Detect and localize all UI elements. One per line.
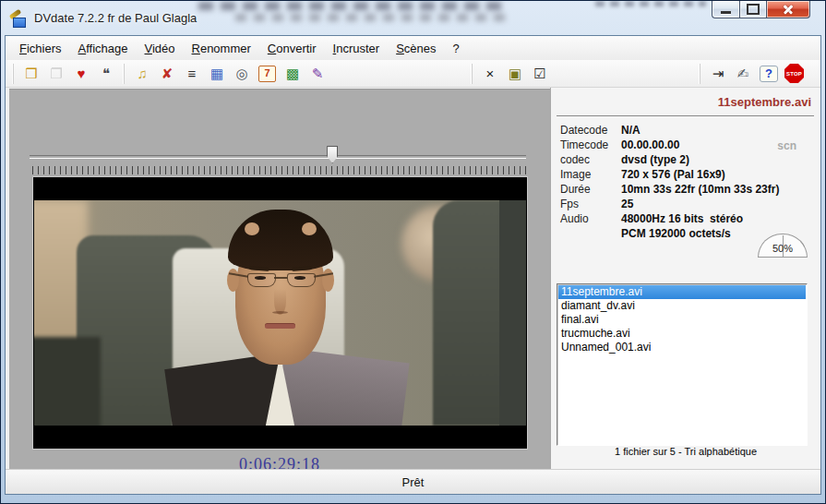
- player-panel: 0:06:29:18: [9, 89, 550, 469]
- paste-icon[interactable]: ❐: [45, 64, 67, 84]
- close-icon: [782, 3, 795, 16]
- scn-indicator: scn: [777, 138, 796, 153]
- toolbar-group: ❒❐♥❝: [13, 64, 124, 84]
- photo-bottom-left-seat: [34, 337, 101, 426]
- info-grid: DatecodeN/ATimecode00.00.00.00scncodecdv…: [560, 123, 813, 241]
- maximize-button[interactable]: [739, 1, 767, 18]
- audio-icon[interactable]: ♫: [131, 64, 153, 84]
- photo-glasses-lens: [287, 273, 316, 287]
- slider-thumb[interactable]: [327, 146, 338, 163]
- menu-item-affichage[interactable]: Affichage: [70, 37, 137, 60]
- toolbar-group: ×▣☑: [472, 64, 557, 84]
- scan-scenes-icon[interactable]: ◎: [231, 64, 253, 84]
- status-text: Prêt: [402, 475, 425, 489]
- file-item[interactable]: trucmuche.avi: [558, 327, 806, 341]
- clear-icon[interactable]: ×: [479, 64, 501, 84]
- info-row: Audio48000Hz 16 bits stéréo: [560, 211, 813, 226]
- video-frame[interactable]: [33, 177, 527, 449]
- edit-tools-icon[interactable]: ✎: [306, 64, 329, 84]
- file-list[interactable]: 11septembre.avidiamant_dv.avifinal.avitr…: [557, 283, 808, 446]
- comment-icon[interactable]: ❝: [95, 64, 117, 84]
- maximize-icon: [747, 4, 760, 15]
- menu-item-convertir[interactable]: Convertir: [259, 37, 325, 60]
- photo-glasses-bridge: [274, 277, 287, 279]
- menu-item-renommer[interactable]: Renommer: [184, 37, 259, 60]
- file-item[interactable]: 11septembre.avi: [558, 285, 806, 299]
- window-title: DVdate 7.2.2 fr de Paul Glagla: [34, 11, 197, 25]
- title-bar[interactable]: DVdate 7.2.2 fr de Paul Glagla: [5, 1, 821, 35]
- info-row: Durée10mn 33s 22fr (10mn 33s 23fr): [560, 182, 813, 197]
- info-value: 48000Hz 16 bits stéréo: [621, 211, 813, 226]
- photo-glasses-lens: [247, 273, 276, 287]
- info-row: codecdvsd (type 2): [560, 152, 813, 167]
- text-lines-icon[interactable]: ≡: [181, 64, 203, 84]
- info-panel: 11septembre.avi DatecodeN/ATimecode00.00…: [550, 88, 820, 469]
- file-count-summary: 1 fichier sur 5 - Tri alphabétique: [551, 446, 820, 457]
- progress-gauge: 50%: [758, 234, 808, 258]
- close-button[interactable]: [767, 1, 810, 18]
- status-bar: Prêt: [6, 469, 820, 494]
- client-area: 0:06:29:18 11septembre.avi DatecodeN/ATi…: [6, 88, 820, 469]
- goto-line-icon[interactable]: ⇥: [707, 64, 729, 84]
- menu-item-?[interactable]: ?: [445, 37, 468, 60]
- info-value: N/A: [621, 123, 813, 138]
- info-value: 10mn 33s 22fr (10mn 33s 23fr): [621, 182, 813, 197]
- titlebar-glass-reflection: [235, 14, 512, 21]
- toolbar-group: ♫✘≡▦◎7▩✎: [124, 64, 335, 84]
- help-icon[interactable]: ?: [760, 66, 778, 82]
- stop-icon[interactable]: STOP: [784, 64, 804, 83]
- menu-item-scnes[interactable]: Scènes: [388, 37, 444, 60]
- info-label: Durée: [560, 182, 621, 197]
- menu-item-incruster[interactable]: Incruster: [325, 37, 389, 60]
- gauge-value: 50%: [759, 234, 807, 254]
- info-value: 25: [621, 197, 813, 211]
- titlebar-glass-reflection: [595, 1, 706, 6]
- photo-mouth: [265, 324, 295, 329]
- toolbar: ❒❐♥❝♫✘≡▦◎7▩✎×▣☑⇥✍?STOP: [6, 60, 820, 88]
- photo-hairline: [302, 222, 317, 235]
- divider: [557, 115, 814, 116]
- window-buttons: [712, 1, 810, 18]
- favorites-folder-icon[interactable]: ♥: [70, 64, 92, 84]
- minimize-icon: [721, 11, 731, 14]
- file-item[interactable]: final.avi: [558, 313, 806, 327]
- info-label: [560, 226, 621, 241]
- select-all-icon[interactable]: ☑: [529, 64, 551, 84]
- info-row: Image720 x 576 (Pal 16x9): [560, 167, 813, 182]
- minimize-button[interactable]: [712, 1, 739, 18]
- properties-icon[interactable]: ✍: [732, 64, 754, 84]
- info-row: DatecodeN/A: [560, 123, 813, 138]
- timecode-display: 0:06:29:18: [9, 455, 550, 469]
- app-icon: [10, 11, 29, 28]
- timeline-ruler: [32, 166, 528, 174]
- filmstrip-icon[interactable]: ▩: [281, 64, 304, 84]
- seek-slider[interactable]: [30, 155, 526, 159]
- info-label: codec: [560, 152, 621, 167]
- info-label: Timecode: [560, 138, 621, 152]
- screen-icon[interactable]: ▦: [206, 64, 228, 84]
- file-item[interactable]: Unnamed_001.avi: [558, 341, 806, 354]
- info-label: Image: [560, 167, 621, 182]
- mute-icon[interactable]: ✘: [156, 64, 178, 84]
- photo-far-right-seat: [499, 200, 526, 426]
- app-icon-film: [13, 18, 26, 28]
- current-filename: 11septembre.avi: [560, 95, 811, 109]
- titlebar-glass-reflection: [198, 2, 503, 10]
- info-row: Fps25: [560, 197, 813, 211]
- open-file-icon[interactable]: ❒: [20, 64, 42, 84]
- photo-hair: [228, 210, 333, 270]
- save-icon[interactable]: ▣: [504, 64, 526, 84]
- video-image: [34, 200, 526, 426]
- info-label: Fps: [560, 197, 621, 211]
- info-label: Datecode: [560, 123, 621, 138]
- toolbar-group: ⇥✍?STOP: [700, 64, 811, 84]
- photo-nostril: [272, 311, 288, 314]
- info-value: dvsd (type 2): [621, 152, 813, 167]
- info-label: Audio: [560, 211, 621, 226]
- file-item[interactable]: diamant_dv.avi: [558, 299, 806, 313]
- menu-item-fichiers[interactable]: Fichiers: [11, 37, 70, 60]
- info-row: Timecode00.00.00.00scn: [560, 138, 813, 152]
- datecode-icon[interactable]: 7: [258, 66, 276, 82]
- info-value: 720 x 576 (Pal 16x9): [621, 167, 813, 182]
- menu-item-vido[interactable]: Vidéo: [137, 37, 184, 60]
